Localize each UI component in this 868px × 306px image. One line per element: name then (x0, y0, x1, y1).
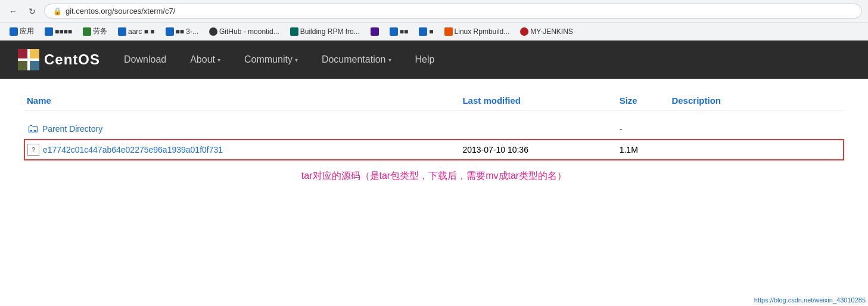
lock-icon: 🔒 (53, 7, 62, 16)
svg-rect-3 (30, 61, 39, 70)
chevron-down-icon: ▾ (217, 57, 220, 63)
address-bar[interactable]: 🔒 git.centos.org/sources/xterm/c7/ (44, 4, 862, 18)
back-button[interactable]: ← (6, 4, 20, 18)
bookmark-favicon (166, 27, 174, 36)
file-icon: ? (27, 144, 39, 156)
parent-directory-link[interactable]: 🗂 Parent Directory (27, 122, 458, 135)
chevron-down-icon: ▾ (388, 57, 391, 63)
bookmark-linuxrpm[interactable]: Linux Rpmbuild... (441, 26, 514, 37)
file-size: 1.1M (617, 140, 670, 160)
parent-dir-cell: 🗂 Parent Directory (24, 118, 460, 140)
bookmark-4[interactable] (367, 26, 382, 37)
bookmark-5[interactable]: ■■ (386, 26, 412, 37)
refresh-button[interactable]: ↻ (25, 4, 39, 18)
bookmark-github[interactable]: GitHub - moontid... (206, 26, 283, 37)
svg-rect-0 (18, 49, 27, 58)
browser-chrome: ← ↻ 🔒 git.centos.org/sources/xterm/c7/ 应… (0, 0, 868, 41)
bookmarks-bar: 应用 ■■■■ 劳务 aarc ■ ■ ■■ 3-... GitHub - mo… (0, 22, 868, 40)
parent-dir-size: - (617, 118, 670, 140)
bookmark-label: aarc ■ ■ (128, 27, 155, 36)
centos-logo-text: CentOS (44, 51, 100, 68)
bookmark-favicon (290, 27, 298, 36)
main-nav: Download About ▾ Community ▾ Documentati… (112, 41, 446, 79)
bookmark-jenkins[interactable]: MY-JENKINS (517, 26, 577, 37)
bookmark-label: ■■ (400, 27, 409, 36)
bookmark-favicon (444, 27, 453, 36)
bookmark-label: 应用 (20, 26, 34, 36)
bookmark-apps[interactable]: 应用 (6, 25, 38, 38)
nav-about[interactable]: About ▾ (178, 41, 232, 79)
bookmark-label: GitHub - moontid... (219, 27, 279, 36)
bookmark-building[interactable]: Building RPM fro... (287, 26, 363, 37)
nav-help[interactable]: Help (403, 41, 447, 79)
bookmark-favicon (83, 27, 91, 36)
bookmark-2[interactable]: 劳务 (79, 25, 111, 38)
bookmark-favicon (371, 27, 379, 36)
bookmark-label: MY-JENKINS (530, 27, 573, 36)
nav-download[interactable]: Download (112, 41, 178, 79)
bookmark-label: 劳务 (93, 26, 107, 36)
bookmark-favicon (10, 27, 18, 36)
file-desc (669, 140, 844, 160)
browser-toolbar: ← ↻ 🔒 git.centos.org/sources/xterm/c7/ (0, 0, 868, 22)
svg-rect-5 (18, 58, 39, 61)
chevron-down-icon: ▾ (295, 57, 298, 63)
bookmark-label: ■■■■ (55, 27, 72, 36)
bookmark-favicon (45, 27, 53, 36)
bookmark-aarc[interactable]: aarc ■ ■ (114, 26, 158, 37)
nav-documentation[interactable]: Documentation ▾ (310, 41, 403, 79)
file-modified: 2013-07-10 10:36 (460, 140, 617, 160)
bookmark-label: ■ (429, 27, 433, 36)
centos-logo-icon (18, 49, 39, 70)
parent-dir-modified (460, 118, 617, 140)
url-text: git.centos.org/sources/xterm/c7/ (66, 7, 175, 16)
col-header-size: Size (617, 91, 670, 111)
file-link[interactable]: e17742c01c447ab64e02275e96a1939a01f0f731 (43, 145, 223, 154)
svg-rect-2 (18, 61, 27, 70)
site-header: CentOS Download About ▾ Community ▾ Docu… (0, 41, 868, 79)
col-header-name: Name (24, 91, 460, 111)
col-header-description: Description (669, 91, 844, 111)
parent-dir-desc (669, 118, 844, 140)
bookmark-favicon (118, 27, 126, 36)
main-content: Name Last modified Size Description (0, 79, 868, 194)
spacer-row (24, 111, 844, 119)
bookmark-6[interactable]: ■ (415, 26, 437, 37)
bookmark-label: ■■ 3-... (176, 27, 199, 36)
centos-logo[interactable]: CentOS (18, 49, 100, 70)
annotation-text: tar对应的源码（是tar包类型，下载后，需要mv成tar类型的名） (24, 170, 844, 183)
bookmark-3[interactable]: ■■ 3-... (162, 26, 203, 37)
table-header-row: Name Last modified Size Description (24, 91, 844, 111)
file-listing-table: Name Last modified Size Description (24, 91, 844, 160)
bookmark-label: Building RPM fro... (300, 27, 360, 36)
table-row: ? e17742c01c447ab64e02275e96a1939a01f0f7… (24, 140, 844, 160)
bookmark-favicon (390, 27, 398, 36)
file-name-cell: ? e17742c01c447ab64e02275e96a1939a01f0f7… (24, 140, 460, 160)
col-header-modified: Last modified (460, 91, 617, 111)
nav-community[interactable]: Community ▾ (232, 41, 310, 79)
folder-icon: 🗂 (27, 122, 39, 135)
table-row: 🗂 Parent Directory - (24, 118, 844, 140)
bookmark-favicon (209, 27, 217, 36)
bookmark-favicon (419, 27, 427, 36)
bookmark-label: Linux Rpmbuild... (455, 27, 510, 36)
bookmark-favicon (520, 27, 528, 36)
svg-rect-1 (30, 49, 39, 58)
bookmark-1[interactable]: ■■■■ (41, 26, 76, 37)
